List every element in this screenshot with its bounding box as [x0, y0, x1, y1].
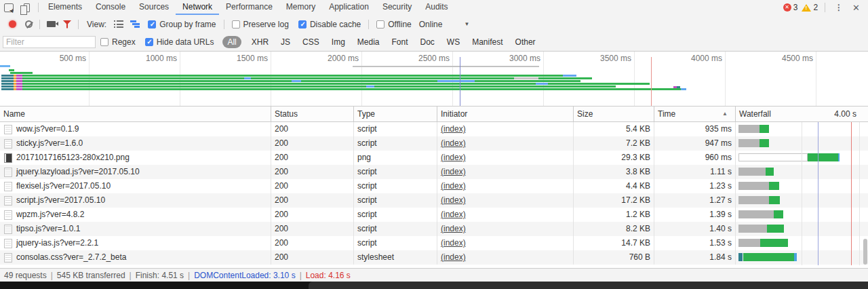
- request-row[interactable]: 20171017165123-280x210.png200png(index)2…: [0, 151, 868, 165]
- initiator-link[interactable]: (index): [441, 195, 466, 205]
- filter-type-xhr[interactable]: XHR: [245, 37, 275, 47]
- request-row[interactable]: tipso.js?ver=1.0.1200script(index)8.2 KB…: [0, 222, 868, 236]
- request-name: flexisel.js?ver=2017.05.10: [16, 179, 111, 193]
- cell-name[interactable]: 20171017165123-280x210.png: [0, 151, 271, 165]
- tab-memory[interactable]: Memory: [279, 0, 322, 15]
- filter-type-manifest[interactable]: Manifest: [466, 37, 509, 47]
- column-header-time[interactable]: Time▲: [654, 107, 736, 121]
- tab-console[interactable]: Console: [89, 0, 132, 15]
- vertical-scrollbar-thumb[interactable]: [863, 239, 867, 265]
- cell-name[interactable]: wpzm.js?ver=4.8.2: [0, 208, 271, 222]
- request-name: jquery.lazyload.js?ver=2017.05.10: [16, 165, 140, 179]
- tab-security[interactable]: Security: [376, 0, 418, 15]
- cell-name[interactable]: jquery-ias.js?ver=2.2.1: [0, 236, 271, 250]
- script-file-icon: [4, 125, 12, 134]
- list-view-button[interactable]: [111, 17, 127, 32]
- filter-toggle-button[interactable]: [59, 17, 75, 32]
- tab-elements[interactable]: Elements: [41, 0, 89, 15]
- filter-input[interactable]: [3, 36, 96, 48]
- cell-name[interactable]: script.js?ver=2017.05.10: [0, 193, 271, 208]
- waterfall-view-button[interactable]: [127, 17, 143, 32]
- tab-performance[interactable]: Performance: [219, 0, 279, 15]
- waterfall-gray-segment: [738, 139, 760, 147]
- request-row[interactable]: jquery-ias.js?ver=2.2.1200script(index)1…: [0, 236, 868, 250]
- request-name: 20171017165123-280x210.png: [16, 151, 130, 165]
- request-row[interactable]: jquery.lazyload.js?ver=2017.05.10200scri…: [0, 165, 868, 179]
- hide-data-urls-checkbox[interactable]: Hide data URLs: [145, 37, 214, 47]
- request-row[interactable]: flexisel.js?ver=2017.05.10200script(inde…: [0, 179, 868, 193]
- overview-tick-label: 4000 ms: [691, 54, 725, 63]
- column-label: Type: [357, 107, 375, 121]
- initiator-link[interactable]: (index): [441, 210, 466, 219]
- cell-waterfall: [736, 151, 868, 165]
- column-header-status[interactable]: Status: [271, 107, 354, 121]
- initiator-link[interactable]: (index): [441, 252, 466, 262]
- overview-request-bar: [1, 83, 14, 85]
- console-warnings-badge[interactable]: ! 2: [802, 3, 818, 12]
- clear-button[interactable]: [20, 17, 37, 32]
- cell-name[interactable]: flexisel.js?ver=2017.05.10: [0, 179, 271, 193]
- throttling-dropdown[interactable]: Online ▼: [419, 20, 470, 29]
- waterfall-green-segment: [743, 253, 794, 261]
- waterfall-green-segment: [769, 182, 779, 190]
- cell-name[interactable]: consolas.css?ver=_2.7.2_beta: [0, 250, 271, 265]
- filter-type-doc[interactable]: Doc: [414, 37, 441, 47]
- request-row[interactable]: wpzm.js?ver=4.8.2200script(index)1.2 KB1…: [0, 208, 868, 222]
- cell-name[interactable]: tipso.js?ver=1.0.1: [0, 222, 271, 236]
- network-overview-timeline[interactable]: 500 ms1000 ms1500 ms2000 ms2500 ms3000 m…: [0, 52, 868, 107]
- preserve-log-checkbox[interactable]: Preserve log: [232, 20, 289, 29]
- request-row[interactable]: wow.js?ver=0.1.9200script(index)5.4 KB93…: [0, 122, 868, 136]
- column-header-initiator[interactable]: Initiator: [437, 107, 574, 121]
- filter-type-all[interactable]: All: [222, 36, 241, 48]
- overview-request-bar: [16, 80, 22, 82]
- clear-icon: [25, 20, 33, 28]
- cell-name[interactable]: jquery.lazyload.js?ver=2017.05.10: [0, 165, 271, 179]
- overview-request-bar: [244, 77, 251, 79]
- request-row[interactable]: consolas.css?ver=_2.7.2_beta200styleshee…: [0, 250, 868, 265]
- initiator-link[interactable]: (index): [441, 167, 466, 176]
- initiator-link[interactable]: (index): [441, 181, 466, 191]
- request-name: wow.js?ver=0.1.9: [16, 122, 79, 136]
- disable-cache-checkbox[interactable]: Disable cache: [298, 20, 361, 29]
- cell-time: 1.84 s: [654, 250, 736, 265]
- initiator-link[interactable]: (index): [441, 238, 466, 248]
- more-options-button[interactable]: ⋮: [832, 3, 846, 12]
- close-devtools-button[interactable]: ✕: [850, 3, 863, 13]
- group-by-frame-checkbox[interactable]: Group by frame: [148, 20, 216, 29]
- offline-checkbox[interactable]: Offline: [376, 20, 411, 29]
- filter-type-css[interactable]: CSS: [296, 37, 326, 47]
- tab-sources[interactable]: Sources: [132, 0, 176, 15]
- request-row[interactable]: script.js?ver=2017.05.10200script(index)…: [0, 193, 868, 208]
- regex-checkbox[interactable]: Regex: [100, 37, 136, 47]
- tab-network[interactable]: Network: [176, 0, 219, 15]
- filter-type-img[interactable]: Img: [326, 37, 351, 47]
- requests-table-body: wow.js?ver=0.1.9200script(index)5.4 KB93…: [0, 122, 868, 268]
- inspect-element-button[interactable]: [0, 1, 18, 14]
- column-header-size[interactable]: Size: [574, 107, 654, 121]
- filter-type-media[interactable]: Media: [351, 37, 386, 47]
- initiator-link[interactable]: (index): [441, 138, 466, 148]
- request-row[interactable]: sticky.js?ver=1.6.0200script(index)7.2 K…: [0, 136, 868, 151]
- initiator-link[interactable]: (index): [441, 224, 466, 233]
- tab-application[interactable]: Application: [322, 0, 376, 15]
- device-toolbar-button[interactable]: [18, 1, 35, 14]
- record-button[interactable]: [4, 17, 20, 32]
- capture-screenshots-button[interactable]: [43, 17, 59, 32]
- console-errors-badge[interactable]: ✕ 3: [783, 3, 798, 12]
- column-header-type[interactable]: Type: [354, 107, 437, 121]
- column-header-waterfall[interactable]: Waterfall4.00 s: [736, 107, 868, 121]
- filter-type-js[interactable]: JS: [275, 37, 296, 47]
- waterfall-gray-segment: [738, 225, 767, 233]
- waterfall-green-segment: [760, 125, 769, 133]
- tab-audits[interactable]: Audits: [418, 0, 454, 15]
- cell-time: 960 ms: [654, 151, 736, 165]
- filter-type-font[interactable]: Font: [386, 37, 414, 47]
- cell-name[interactable]: wow.js?ver=0.1.9: [0, 122, 271, 136]
- filter-type-ws[interactable]: WS: [441, 37, 466, 47]
- filter-type-other[interactable]: Other: [509, 37, 542, 47]
- initiator-link[interactable]: (index): [441, 153, 466, 162]
- cell-name[interactable]: sticky.js?ver=1.6.0: [0, 136, 271, 151]
- waterfall-bluecap-segment: [838, 153, 840, 161]
- initiator-link[interactable]: (index): [441, 124, 466, 134]
- column-header-name[interactable]: Name: [0, 107, 271, 121]
